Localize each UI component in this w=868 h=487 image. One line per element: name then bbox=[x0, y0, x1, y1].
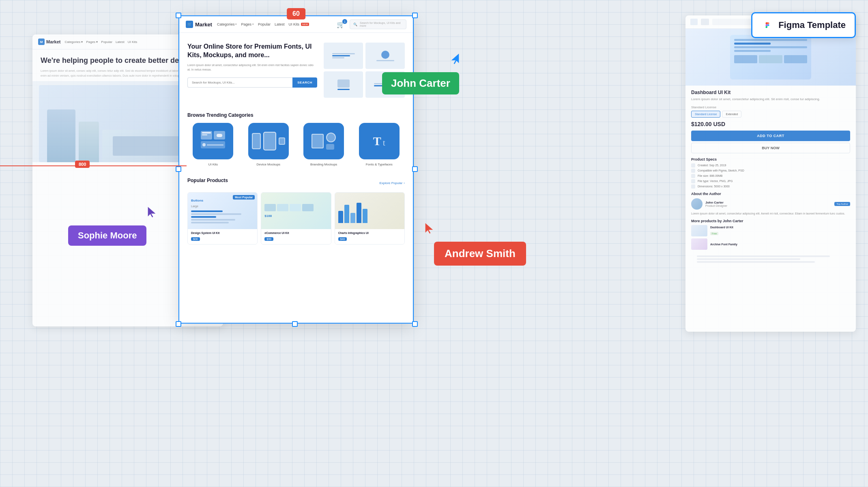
hero-section: Your Online Store for Premium Fonts, UI … bbox=[179, 33, 413, 106]
selection-handle-br bbox=[412, 321, 418, 327]
left-nav-popular: Popular bbox=[101, 40, 112, 44]
hero-rect-1 bbox=[337, 79, 350, 88]
popular-section: Popular Products Explore Popular › Butto… bbox=[179, 173, 413, 249]
more-info-2: Archive Font Family bbox=[710, 243, 850, 246]
sophie-moore-label: Sophie Moore bbox=[68, 225, 146, 246]
product-price-2: $99 bbox=[264, 237, 273, 241]
more-name-2: Archive Font Family bbox=[710, 243, 850, 246]
thumb-line-3 bbox=[332, 57, 344, 58]
svg-marker-2 bbox=[425, 223, 433, 234]
selection-handle-ml bbox=[176, 166, 181, 172]
rpm-line-1 bbox=[734, 39, 807, 41]
more-info-1: Dashboard UI Kit Free bbox=[710, 226, 850, 236]
nav-categories[interactable]: Categories ▾ bbox=[217, 22, 237, 26]
more-badge-1: Free bbox=[710, 232, 718, 235]
main-panel: 🛒 Market Categories ▾ Pages ▾ Popular La… bbox=[178, 15, 414, 324]
nav-latest[interactable]: Latest bbox=[275, 22, 285, 26]
popular-header: Popular Products Explore Popular › bbox=[187, 178, 405, 188]
cart-icon[interactable]: 🛒 1 bbox=[337, 21, 346, 28]
right-nav-cart bbox=[701, 19, 709, 25]
nav-uikits[interactable]: UI Kits NEW bbox=[289, 22, 309, 26]
fonts-icon-box: T t bbox=[359, 123, 400, 159]
thumb-line-1 bbox=[332, 53, 355, 54]
svg-marker-0 bbox=[148, 207, 156, 217]
left-nav-pages: Pages ▾ bbox=[86, 40, 98, 44]
product-specs: Product Specs Created: Sep 25, 2019 Comp… bbox=[691, 157, 850, 189]
cursor-arrow-right bbox=[449, 53, 461, 66]
category-fonts[interactable]: T t Fonts & Typefaces bbox=[354, 123, 405, 166]
hero-thumb-3 bbox=[324, 71, 363, 98]
spec-text-filesize: File size: 886.09MB bbox=[698, 174, 722, 177]
more-thumb-2 bbox=[691, 238, 707, 250]
right-license-section: Standard License Standard License Extend… bbox=[691, 105, 850, 118]
devices-icon-box bbox=[248, 123, 289, 159]
right-product-title: Dashboard UI Kit bbox=[691, 90, 850, 95]
hero-search: SEARCH bbox=[187, 77, 317, 88]
spec-filetype: File type: Vector, PNG, JPG bbox=[691, 179, 850, 183]
more-product-1[interactable]: Dashboard UI Kit Free bbox=[691, 225, 850, 236]
category-uikits[interactable]: UI Kits bbox=[187, 123, 239, 166]
license-options: Standard License Extended bbox=[691, 111, 850, 118]
fonts-name: Fonts & Typefaces bbox=[366, 163, 393, 166]
author-avatar bbox=[691, 198, 703, 210]
product-name-3: Charts Infographics UI bbox=[338, 232, 401, 234]
footer-line-1 bbox=[697, 255, 830, 257]
about-title: About the Author bbox=[691, 192, 850, 196]
author-name: John Carter bbox=[705, 201, 831, 204]
author-row: John Carter Product Designer Top Author bbox=[691, 198, 850, 210]
nav-pages[interactable]: Pages ▾ bbox=[241, 22, 254, 26]
cursor-arrow-andrew bbox=[423, 222, 435, 235]
cursor-arrow-left bbox=[146, 206, 157, 219]
figma-template-label: Figma Template bbox=[778, 20, 846, 30]
measurement-line bbox=[0, 165, 187, 166]
product-thumb-2: $188 bbox=[261, 193, 331, 229]
selection-handle-bl bbox=[176, 321, 181, 327]
hero-left: Your Online Store for Premium Fonts, UI … bbox=[187, 43, 317, 98]
add-to-cart-button[interactable]: ADD TO CART bbox=[691, 131, 850, 141]
nav-popular[interactable]: Popular bbox=[258, 22, 271, 26]
right-product-details: Dashboard UI Kit Lorem ipsum dolor sit a… bbox=[685, 86, 856, 270]
devices-name: Device Mockups bbox=[256, 163, 280, 166]
more-product-2[interactable]: Archive Font Family bbox=[691, 238, 850, 250]
thumb-line-5 bbox=[337, 89, 350, 90]
buy-now-button[interactable]: BUY NOW bbox=[691, 143, 850, 153]
specs-title: Product Specs bbox=[691, 157, 850, 161]
hero-search-input[interactable] bbox=[187, 77, 292, 88]
about-author: About the Author John Carter Product Des… bbox=[691, 192, 850, 216]
right-nav-logo bbox=[690, 19, 698, 25]
license-extended[interactable]: Extended bbox=[722, 111, 741, 118]
product-3[interactable]: Charts Infographics UI $40 bbox=[335, 192, 405, 245]
selection-handle-mr bbox=[412, 166, 418, 172]
top-badge: 60 bbox=[287, 8, 305, 19]
spec-compatible: Compatible with Figma, Sketch, PSD bbox=[691, 169, 850, 173]
categories-title: Browse Trending Categories bbox=[187, 112, 405, 118]
product-info-2: eCommerce UI Kit $99 bbox=[261, 229, 331, 244]
license-label: Standard License bbox=[691, 105, 850, 109]
product-name-2: eCommerce UI Kit bbox=[264, 232, 327, 234]
category-devices[interactable]: Device Mockups bbox=[243, 123, 294, 166]
explore-chevron: › bbox=[404, 181, 405, 185]
popular-title: Popular Products bbox=[187, 178, 228, 183]
spec-dimensions: Dimensions: 5000 x 3000 bbox=[691, 185, 850, 189]
right-product-mockup bbox=[730, 35, 811, 79]
license-standard[interactable]: Standard License bbox=[691, 111, 720, 118]
product-name-1: Design System UI Kit bbox=[191, 232, 254, 234]
left-nav-links: Categories ▾ Pages ▾ Popular Latest UI K… bbox=[64, 40, 137, 44]
andrew-smith-label: Andrew Smith bbox=[434, 242, 526, 266]
author-badge: Top Author bbox=[834, 202, 850, 206]
category-branding[interactable]: Branding Mockups bbox=[298, 123, 350, 166]
spec-filesize: File size: 886.09MB bbox=[691, 174, 850, 178]
hero-search-button[interactable]: SEARCH bbox=[292, 77, 317, 88]
product-2[interactable]: $188 eCommerce UI Kit $99 bbox=[261, 192, 331, 245]
right-price: $120.00 USD bbox=[691, 121, 850, 127]
nav-search-bar[interactable]: 🔍 Search for Mockups, UI Kits and more bbox=[350, 19, 406, 29]
product-1[interactable]: Buttons Large Most Popular Design System… bbox=[187, 192, 258, 245]
footer-line-2 bbox=[697, 258, 800, 260]
popular-explore[interactable]: Explore Popular › bbox=[379, 181, 405, 185]
market-nav-icons: 🛒 1 🔍 Search for Mockups, UI Kits and mo… bbox=[337, 19, 406, 29]
author-desc: Lorem ipsum dolor sit amet, consectetur … bbox=[691, 212, 850, 216]
left-nav-categories: Categories ▾ bbox=[64, 40, 83, 44]
rpm-line-3 bbox=[734, 46, 807, 48]
categories-section: Browse Trending Categories bbox=[179, 106, 413, 173]
spec-text-dimensions: Dimensions: 5000 x 3000 bbox=[698, 185, 730, 188]
